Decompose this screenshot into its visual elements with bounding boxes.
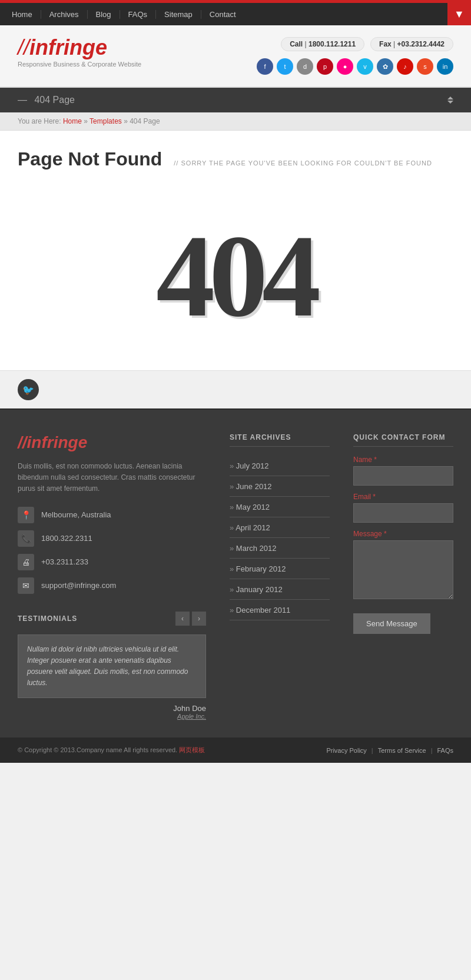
page-title-dash: —: [18, 95, 27, 105]
page-title-text: — 404 Page: [18, 95, 79, 105]
breadcrumb-prefix: You are Here:: [18, 117, 61, 125]
message-form-group: Message *: [353, 530, 453, 602]
twitter-bar: 🐦: [0, 370, 471, 410]
footer-logo-prefix: //: [18, 433, 27, 451]
email-form-group: Email *: [353, 493, 453, 523]
social-icons: f t d p ● v ✿ ♪ s in: [257, 58, 453, 75]
archive-may-2012[interactable]: May 2012: [230, 503, 270, 511]
linkedin-icon[interactable]: in: [437, 58, 453, 75]
page-title-bar: — 404 Page: [0, 88, 471, 112]
archive-june-2012[interactable]: June 2012: [230, 482, 272, 491]
testimonials-next-btn[interactable]: ›: [192, 612, 206, 626]
archive-list: July 2012 June 2012 May 2012 April 2012 …: [230, 456, 330, 620]
error-404-text: 404: [12, 217, 459, 335]
list-item: June 2012: [230, 476, 330, 497]
testimonials-prev-btn[interactable]: ‹: [175, 612, 190, 626]
subtitle-prefix: //: [174, 160, 181, 167]
fax-icon: 🖨: [18, 554, 34, 570]
send-message-button[interactable]: Send Message: [353, 613, 430, 634]
list-item: December 2011: [230, 600, 330, 620]
not-found-subtitle: // SORRY THE PAGE YOU'VE BEEN LOOKING FO…: [174, 160, 432, 167]
footer-phone: 📞 1800.322.2311: [18, 530, 206, 547]
nav-sitemap[interactable]: Sitemap: [156, 10, 201, 19]
list-item: April 2012: [230, 517, 330, 538]
nav-archives[interactable]: Archives: [41, 10, 88, 19]
list-item: July 2012: [230, 456, 330, 476]
testimonials-header: TESTIMONIALS ‹ ›: [18, 612, 206, 626]
footer-left: //infringe Duis mollis, est non commodo …: [18, 433, 206, 720]
nav-faqs[interactable]: FAQs: [120, 10, 157, 19]
call-label: Call: [290, 40, 303, 48]
footer-right: SITE ARCHIVES July 2012 June 2012 May 20…: [230, 433, 453, 720]
footer-sep-2: |: [431, 747, 433, 754]
nav-home[interactable]: Home: [12, 10, 41, 19]
archive-april-2012[interactable]: April 2012: [230, 523, 270, 532]
archive-july-2012[interactable]: July 2012: [230, 461, 269, 470]
site-logo[interactable]: //infringe: [18, 37, 141, 58]
logo-tagline: Responsive Business & Corporate Website: [18, 61, 141, 68]
archive-january-2012[interactable]: January 2012: [230, 585, 283, 594]
flickr-icon[interactable]: ●: [337, 58, 353, 75]
not-found-header: Page Not Found // SORRY THE PAGE YOU'VE …: [18, 148, 453, 170]
nav-red-button[interactable]: ▼: [447, 3, 471, 25]
list-item: January 2012: [230, 579, 330, 600]
faqs-link[interactable]: FAQs: [437, 747, 453, 754]
main-content: Page Not Found // SORRY THE PAGE YOU'VE …: [0, 131, 471, 194]
archive-february-2012[interactable]: February 2012: [230, 564, 286, 573]
fax-label: Fax: [379, 40, 392, 48]
page-title-arrows[interactable]: [447, 97, 453, 104]
chinese-link[interactable]: 网页模板: [179, 746, 205, 753]
name-form-group: Name *: [353, 456, 453, 486]
twitter-bird-icon[interactable]: 🐦: [18, 379, 39, 400]
chevron-down-icon: ▼: [454, 8, 465, 21]
footer-logo-name: infring: [27, 433, 78, 451]
pinterest-icon[interactable]: p: [317, 58, 333, 75]
logo-area: //infringe Responsive Business & Corpora…: [18, 37, 141, 68]
breadcrumb-home[interactable]: Home: [63, 117, 82, 125]
top-nav: Home Archives Blog FAQs Sitemap Contact …: [0, 3, 471, 25]
list-item: February 2012: [230, 559, 330, 579]
facebook-icon[interactable]: f: [257, 58, 273, 75]
archive-march-2012[interactable]: March 2012: [230, 544, 277, 553]
testimonial-author: John Doe: [18, 704, 206, 713]
contact-info: Call | 1800.112.1211 Fax | +03.2312.4442: [257, 37, 453, 51]
footer-email: ✉ support@infringe.com: [18, 577, 206, 594]
testimonials-nav: ‹ ›: [175, 612, 206, 626]
breadcrumb-sep2: »: [124, 117, 130, 125]
vimeo-icon[interactable]: v: [357, 58, 373, 75]
nav-links: Home Archives Blog FAQs Sitemap Contact: [12, 10, 244, 19]
fax-number: +03.2312.4442: [397, 40, 445, 48]
header-right: Call | 1800.112.1211 Fax | +03.2312.4442…: [257, 37, 453, 75]
twitter-icon[interactable]: t: [277, 58, 293, 75]
digg-icon[interactable]: d: [297, 58, 313, 75]
message-required-star: *: [384, 530, 387, 538]
site-archives: SITE ARCHIVES July 2012 June 2012 May 20…: [230, 433, 330, 634]
footer-phone-text: 1800.322.2311: [41, 534, 92, 543]
footer-description: Duis mollis, est non commodo luctus. Aen…: [18, 461, 206, 495]
copyright-text: © Copyright © 2013.Company name All righ…: [18, 746, 205, 755]
email-input[interactable]: [353, 503, 453, 523]
delicious-icon[interactable]: ✿: [377, 58, 393, 75]
nav-contact[interactable]: Contact: [201, 10, 244, 19]
footer-links: Privacy Policy | Terms of Service | FAQs: [326, 747, 453, 754]
lastfm-icon[interactable]: ♪: [397, 58, 413, 75]
breadcrumb-templates[interactable]: Templates: [89, 117, 122, 125]
required-star: *: [374, 456, 377, 464]
subtitle-text: SORRY THE PAGE YOU'VE BEEN LOOKING FOR C…: [181, 160, 432, 167]
privacy-policy-link[interactable]: Privacy Policy: [326, 747, 366, 754]
message-textarea[interactable]: [353, 540, 453, 599]
terms-of-service-link[interactable]: Terms of Service: [378, 747, 426, 754]
stumbleupon-icon[interactable]: s: [417, 58, 433, 75]
arrow-down-icon: [447, 101, 453, 104]
contact-form-title: QUICK CONTACT FORM: [353, 433, 453, 447]
page-title: 404 Page: [34, 95, 75, 105]
call-number: 1800.112.1211: [309, 40, 356, 48]
name-input[interactable]: [353, 466, 453, 486]
site-header: //infringe Responsive Business & Corpora…: [0, 25, 471, 88]
footer-logo[interactable]: //infringe: [18, 433, 206, 452]
nav-blog[interactable]: Blog: [88, 10, 120, 19]
footer-fax: 🖨 +03.2311.233: [18, 554, 206, 570]
archive-december-2011[interactable]: December 2011: [230, 606, 290, 614]
footer-sep-1: |: [372, 747, 373, 754]
copyright-main: © Copyright © 2013.Company name All righ…: [18, 746, 177, 753]
